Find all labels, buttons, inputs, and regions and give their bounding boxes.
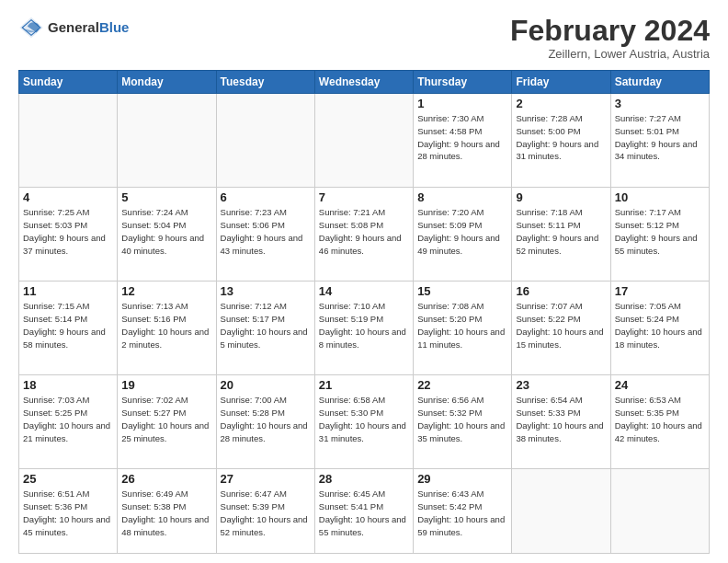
day-info: Sunrise: 7:21 AMSunset: 5:08 PMDaylight:… bbox=[319, 206, 409, 257]
day-cell: 20Sunrise: 7:00 AMSunset: 5:28 PMDayligh… bbox=[216, 375, 314, 469]
day-info: Sunrise: 7:03 AMSunset: 5:25 PMDaylight:… bbox=[23, 394, 113, 444]
day-cell: 3Sunrise: 7:27 AMSunset: 5:01 PMDaylight… bbox=[610, 94, 709, 188]
day-number: 16 bbox=[516, 284, 606, 298]
day-cell: 21Sunrise: 6:58 AMSunset: 5:30 PMDayligh… bbox=[314, 375, 413, 469]
day-number: 24 bbox=[615, 378, 705, 392]
day-number: 11 bbox=[23, 284, 113, 298]
day-cell: 14Sunrise: 7:10 AMSunset: 5:19 PMDayligh… bbox=[314, 282, 413, 375]
day-cell: 12Sunrise: 7:13 AMSunset: 5:16 PMDayligh… bbox=[118, 282, 216, 375]
day-info: Sunrise: 6:56 AMSunset: 5:32 PMDaylight:… bbox=[417, 394, 507, 444]
week-row-5: 25Sunrise: 6:51 AMSunset: 5:36 PMDayligh… bbox=[19, 469, 710, 554]
day-info: Sunrise: 7:28 AMSunset: 5:00 PMDaylight:… bbox=[516, 112, 606, 163]
day-cell: 22Sunrise: 6:56 AMSunset: 5:32 PMDayligh… bbox=[414, 375, 512, 469]
day-number: 7 bbox=[319, 190, 409, 204]
day-cell: 2Sunrise: 7:28 AMSunset: 5:00 PMDaylight… bbox=[512, 94, 610, 188]
logo-text: GeneralBlue bbox=[48, 19, 129, 36]
day-number: 25 bbox=[23, 472, 113, 486]
day-cell: 29Sunrise: 6:43 AMSunset: 5:42 PMDayligh… bbox=[414, 469, 512, 554]
day-cell bbox=[314, 94, 413, 188]
day-number: 21 bbox=[319, 378, 409, 392]
day-info: Sunrise: 7:12 AMSunset: 5:17 PMDaylight:… bbox=[221, 300, 311, 350]
calendar-table: SundayMondayTuesdayWednesdayThursdayFrid… bbox=[18, 70, 710, 554]
day-cell: 17Sunrise: 7:05 AMSunset: 5:24 PMDayligh… bbox=[610, 282, 709, 375]
day-info: Sunrise: 7:30 AMSunset: 4:58 PMDaylight:… bbox=[417, 112, 507, 163]
week-row-3: 11Sunrise: 7:15 AMSunset: 5:14 PMDayligh… bbox=[19, 282, 710, 375]
day-cell: 26Sunrise: 6:49 AMSunset: 5:38 PMDayligh… bbox=[118, 469, 216, 554]
weekday-header-row: SundayMondayTuesdayWednesdayThursdayFrid… bbox=[19, 71, 710, 94]
day-cell: 18Sunrise: 7:03 AMSunset: 5:25 PMDayligh… bbox=[19, 375, 118, 469]
day-cell: 6Sunrise: 7:23 AMSunset: 5:06 PMDaylight… bbox=[216, 188, 314, 282]
weekday-header-thursday: Thursday bbox=[414, 71, 512, 94]
weekday-header-saturday: Saturday bbox=[610, 71, 709, 94]
day-info: Sunrise: 7:17 AMSunset: 5:12 PMDaylight:… bbox=[615, 206, 705, 257]
day-number: 10 bbox=[615, 190, 705, 204]
day-number: 15 bbox=[417, 284, 507, 298]
day-info: Sunrise: 7:18 AMSunset: 5:11 PMDaylight:… bbox=[516, 206, 606, 257]
day-info: Sunrise: 7:08 AMSunset: 5:20 PMDaylight:… bbox=[417, 300, 507, 350]
header: GeneralBlue February 2024 Zeillern, Lowe… bbox=[18, 15, 710, 61]
day-number: 20 bbox=[221, 378, 311, 392]
week-row-2: 4Sunrise: 7:25 AMSunset: 5:03 PMDaylight… bbox=[19, 188, 710, 282]
day-number: 1 bbox=[417, 97, 507, 110]
day-info: Sunrise: 6:47 AMSunset: 5:39 PMDaylight:… bbox=[221, 488, 311, 538]
weekday-header-tuesday: Tuesday bbox=[216, 71, 314, 94]
day-cell: 9Sunrise: 7:18 AMSunset: 5:11 PMDaylight… bbox=[512, 188, 610, 282]
day-number: 8 bbox=[417, 190, 507, 204]
day-cell: 25Sunrise: 6:51 AMSunset: 5:36 PMDayligh… bbox=[19, 469, 118, 554]
day-info: Sunrise: 6:45 AMSunset: 5:41 PMDaylight:… bbox=[319, 488, 409, 538]
day-cell bbox=[610, 469, 709, 554]
day-number: 23 bbox=[516, 378, 606, 392]
day-number: 17 bbox=[615, 284, 705, 298]
day-cell: 10Sunrise: 7:17 AMSunset: 5:12 PMDayligh… bbox=[610, 188, 709, 282]
month-year: February 2024 bbox=[510, 15, 710, 47]
day-number: 14 bbox=[319, 284, 409, 298]
day-number: 18 bbox=[23, 378, 113, 392]
day-number: 27 bbox=[221, 472, 311, 486]
page: GeneralBlue February 2024 Zeillern, Lowe… bbox=[0, 0, 728, 563]
day-info: Sunrise: 6:58 AMSunset: 5:30 PMDaylight:… bbox=[319, 394, 409, 444]
day-cell bbox=[512, 469, 610, 554]
day-info: Sunrise: 6:54 AMSunset: 5:33 PMDaylight:… bbox=[516, 394, 606, 444]
day-number: 22 bbox=[417, 378, 507, 392]
day-number: 4 bbox=[23, 190, 113, 204]
day-number: 29 bbox=[417, 472, 507, 486]
day-info: Sunrise: 7:25 AMSunset: 5:03 PMDaylight:… bbox=[23, 206, 113, 257]
day-info: Sunrise: 7:02 AMSunset: 5:27 PMDaylight:… bbox=[121, 394, 211, 444]
day-cell: 11Sunrise: 7:15 AMSunset: 5:14 PMDayligh… bbox=[19, 282, 118, 375]
day-cell: 1Sunrise: 7:30 AMSunset: 4:58 PMDaylight… bbox=[414, 94, 512, 188]
location: Zeillern, Lower Austria, Austria bbox=[510, 47, 710, 61]
week-row-4: 18Sunrise: 7:03 AMSunset: 5:25 PMDayligh… bbox=[19, 375, 710, 469]
day-info: Sunrise: 7:10 AMSunset: 5:19 PMDaylight:… bbox=[319, 300, 409, 350]
day-number: 13 bbox=[221, 284, 311, 298]
day-info: Sunrise: 6:43 AMSunset: 5:42 PMDaylight:… bbox=[417, 488, 507, 538]
day-number: 9 bbox=[516, 190, 606, 204]
day-info: Sunrise: 7:05 AMSunset: 5:24 PMDaylight:… bbox=[615, 300, 705, 350]
day-info: Sunrise: 7:27 AMSunset: 5:01 PMDaylight:… bbox=[615, 112, 705, 163]
day-number: 3 bbox=[615, 97, 705, 110]
day-info: Sunrise: 7:07 AMSunset: 5:22 PMDaylight:… bbox=[516, 300, 606, 350]
logo-icon bbox=[18, 15, 44, 40]
day-cell bbox=[118, 94, 216, 188]
day-info: Sunrise: 6:51 AMSunset: 5:36 PMDaylight:… bbox=[23, 488, 113, 538]
day-number: 19 bbox=[121, 378, 211, 392]
weekday-header-monday: Monday bbox=[118, 71, 216, 94]
day-cell: 28Sunrise: 6:45 AMSunset: 5:41 PMDayligh… bbox=[314, 469, 413, 554]
logo: GeneralBlue bbox=[18, 15, 129, 40]
day-info: Sunrise: 7:24 AMSunset: 5:04 PMDaylight:… bbox=[121, 206, 211, 257]
day-info: Sunrise: 7:15 AMSunset: 5:14 PMDaylight:… bbox=[23, 300, 113, 350]
day-number: 5 bbox=[121, 190, 211, 204]
day-cell: 15Sunrise: 7:08 AMSunset: 5:20 PMDayligh… bbox=[414, 282, 512, 375]
day-cell: 8Sunrise: 7:20 AMSunset: 5:09 PMDaylight… bbox=[414, 188, 512, 282]
day-info: Sunrise: 6:49 AMSunset: 5:38 PMDaylight:… bbox=[121, 488, 211, 538]
day-number: 26 bbox=[121, 472, 211, 486]
day-cell: 27Sunrise: 6:47 AMSunset: 5:39 PMDayligh… bbox=[216, 469, 314, 554]
day-cell: 4Sunrise: 7:25 AMSunset: 5:03 PMDaylight… bbox=[19, 188, 118, 282]
day-info: Sunrise: 7:23 AMSunset: 5:06 PMDaylight:… bbox=[221, 206, 311, 257]
day-cell: 19Sunrise: 7:02 AMSunset: 5:27 PMDayligh… bbox=[118, 375, 216, 469]
day-info: Sunrise: 7:13 AMSunset: 5:16 PMDaylight:… bbox=[121, 300, 211, 350]
weekday-header-friday: Friday bbox=[512, 71, 610, 94]
day-number: 2 bbox=[516, 97, 606, 110]
day-cell bbox=[19, 94, 118, 188]
weekday-header-sunday: Sunday bbox=[19, 71, 118, 94]
day-cell bbox=[216, 94, 314, 188]
